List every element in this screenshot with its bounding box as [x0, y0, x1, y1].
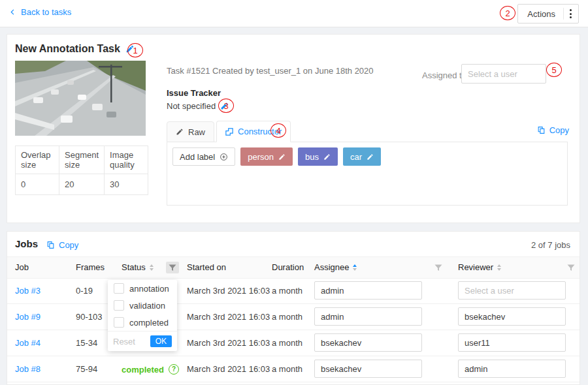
back-to-tasks-label: Back to tasks [21, 7, 71, 17]
filter-option-annotation[interactable]: annotation [108, 280, 177, 297]
annotation-circle-4: 4 [270, 123, 286, 138]
assignee-sort-icon[interactable] [353, 264, 357, 271]
job-link[interactable]: Job #9 [15, 312, 41, 322]
job-status: completed ? [122, 364, 179, 375]
job-assignee-input[interactable] [314, 281, 422, 300]
more-actions-icon [570, 9, 572, 18]
filter-reset-button[interactable]: Reset [113, 337, 135, 346]
jobs-card: Jobs Copy 2 of 7 jobs Job Frames Status … [7, 231, 580, 385]
job-assignee-input[interactable] [314, 307, 422, 326]
label-chip-person[interactable]: person [240, 147, 293, 166]
jobs-count: 2 of 7 jobs [531, 240, 570, 250]
task-preview-image [15, 61, 146, 136]
actions-label: Actions [527, 9, 555, 19]
checkbox-icon [114, 300, 124, 311]
filter-option-validation[interactable]: validation [108, 297, 177, 314]
column-header-duration: Duration [272, 262, 304, 272]
job-assignee-input[interactable] [314, 360, 422, 378]
label-name: bus [305, 152, 319, 162]
task-parameters-table: Overlap size Segment size Image quality … [15, 146, 148, 195]
job-reviewer-input[interactable] [458, 333, 566, 352]
tab-raw[interactable]: Raw [167, 121, 214, 142]
status-help-icon[interactable]: ? [169, 364, 179, 375]
reviewer-sort-icon[interactable] [497, 264, 501, 271]
assigned-to-label: Assigned to [422, 70, 466, 80]
column-header-job: Job [15, 262, 29, 272]
issue-tracker-label: Issue Tracker [167, 88, 221, 98]
checkbox-icon [114, 283, 124, 294]
label-name: car [350, 152, 362, 162]
job-reviewer-input[interactable] [458, 360, 566, 378]
annotation-circle-3: 3 [218, 99, 234, 113]
add-label-text: Add label [180, 152, 215, 162]
raw-pencil-icon [176, 128, 184, 136]
column-header-assignee[interactable]: Assignee [314, 262, 357, 272]
checkbox-icon [114, 317, 124, 328]
page-title: New Annotation Task [15, 43, 120, 55]
edit-label-icon[interactable] [323, 153, 331, 161]
column-header-status[interactable]: Status [122, 262, 154, 272]
job-link[interactable]: Job #3 [15, 286, 41, 296]
job-row-4: Job #8 75-94 completed ? March 3rd 2021 … [7, 356, 580, 382]
back-to-tasks-link[interactable]: Back to tasks [9, 7, 71, 17]
job-link[interactable]: Job #4 [15, 338, 41, 348]
copy-jobs-link[interactable]: Copy [46, 240, 78, 250]
job-row-2: Job #9 90-103 March 3rd 2021 16:03 a mon… [7, 303, 580, 330]
task-title-row: New Annotation Task [15, 43, 135, 55]
job-reviewer-input[interactable] [458, 307, 566, 326]
status-filter-icon[interactable] [166, 262, 179, 273]
constructor-icon [225, 128, 233, 136]
labels-editor-tabs: Raw Constructor [167, 121, 568, 142]
label-chip-bus[interactable]: bus [298, 147, 338, 166]
task-details-card: New Annotation Task [7, 34, 580, 223]
tab-raw-label: Raw [188, 127, 205, 137]
filter-option-label: completed [129, 318, 169, 328]
job-assignee-input[interactable] [314, 333, 422, 352]
param-value-overlap: 0 [16, 174, 59, 195]
column-header-reviewer[interactable]: Reviewer [458, 262, 501, 272]
issue-tracker-value: Not specified [167, 101, 216, 111]
param-header-quality: Image quality [105, 146, 148, 174]
job-started: March 3rd 2021 16:03 [187, 286, 270, 296]
edit-label-icon[interactable] [367, 153, 374, 161]
filter-option-label: validation [129, 301, 165, 311]
cvat-task-page: Back to tasks Actions New Annotation Tas… [0, 0, 588, 385]
plus-circle-icon [220, 153, 228, 161]
job-duration: a month [272, 338, 302, 348]
annotation-circle-1: 1 [127, 43, 143, 57]
status-filter-dropdown: annotation validation completed Reset OK [108, 280, 177, 351]
assigned-to-input[interactable] [461, 64, 546, 84]
edit-label-icon[interactable] [278, 153, 286, 161]
jobs-title: Jobs [15, 238, 38, 249]
back-chevron-icon [9, 8, 16, 16]
jobs-table-header: Job Frames Status Started on Duration As… [7, 256, 580, 279]
label-name: person [248, 152, 274, 162]
filter-footer: Reset OK [108, 331, 177, 351]
button-divider [563, 8, 564, 20]
annotation-circle-2: 2 [500, 6, 515, 20]
add-label-button[interactable]: Add label [172, 147, 235, 166]
status-sort-icon[interactable] [150, 264, 154, 271]
job-duration: a month [272, 364, 302, 374]
reviewer-filter-icon[interactable] [564, 262, 578, 273]
annotation-circle-5: 5 [546, 63, 562, 77]
param-value-quality: 30 [105, 174, 148, 195]
job-duration: a month [272, 286, 302, 296]
job-started: March 3rd 2021 16:03 [187, 338, 270, 348]
column-header-frames: Frames [76, 262, 105, 272]
job-reviewer-input[interactable] [458, 281, 566, 300]
job-row-3: Job #4 15-34 March 3rd 2021 16:03 a mont… [7, 330, 580, 356]
actions-button[interactable]: Actions [517, 4, 579, 23]
label-chip-car[interactable]: car [343, 147, 381, 166]
assignee-filter-icon[interactable] [432, 262, 445, 273]
job-link[interactable]: Job #8 [15, 364, 41, 374]
column-header-started: Started on [187, 262, 226, 272]
copy-jobs-label: Copy [59, 240, 78, 250]
job-started: March 3rd 2021 16:03 [187, 312, 270, 322]
param-header-segment: Segment size [59, 146, 105, 174]
labels-constructor-panel: Add label person bus car [167, 142, 568, 206]
copy-icon [46, 241, 55, 249]
param-header-overlap: Overlap size [16, 146, 59, 174]
filter-ok-button[interactable]: OK [150, 335, 172, 347]
filter-option-completed[interactable]: completed [108, 314, 177, 331]
